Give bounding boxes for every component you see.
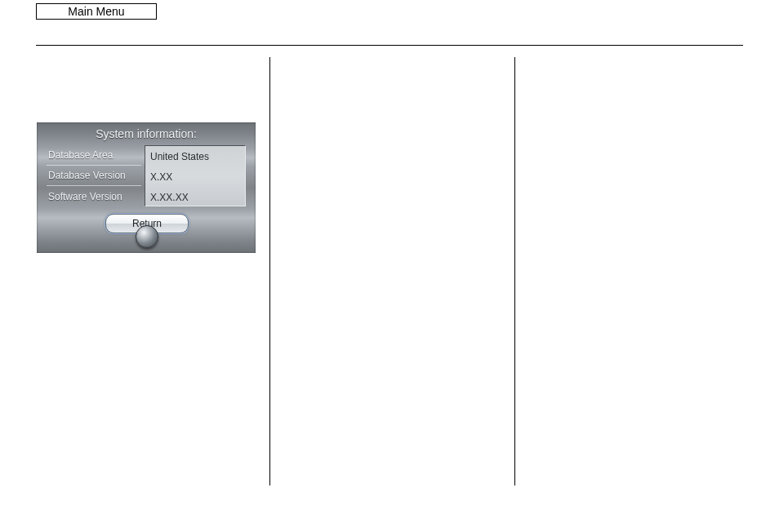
main-menu-label: Main Menu <box>68 5 124 18</box>
main-menu-button[interactable]: Main Menu <box>36 3 157 20</box>
system-information-title: System information: <box>37 122 256 144</box>
label-software-version: Software Version <box>47 186 141 206</box>
system-information-table: Database Area Database Version Software … <box>47 145 246 206</box>
value-software-version: X.XX.XX <box>145 187 245 207</box>
value-database-version: X.XX <box>145 166 245 187</box>
label-database-version: Database Version <box>47 166 141 186</box>
rotary-knob-icon[interactable] <box>136 225 158 248</box>
column-separator-1 <box>269 57 270 485</box>
horizontal-rule <box>36 45 743 46</box>
value-database-area: United States <box>145 146 245 166</box>
return-button-assembly: Return <box>102 214 192 250</box>
system-information-panel: System information: Database Area Databa… <box>37 122 256 253</box>
document-page: Main Menu System information: Database A… <box>0 0 779 532</box>
column-separator-2 <box>514 57 515 485</box>
label-database-area: Database Area <box>47 145 141 166</box>
values-box: United States X.XX X.XX.XX <box>145 145 246 206</box>
